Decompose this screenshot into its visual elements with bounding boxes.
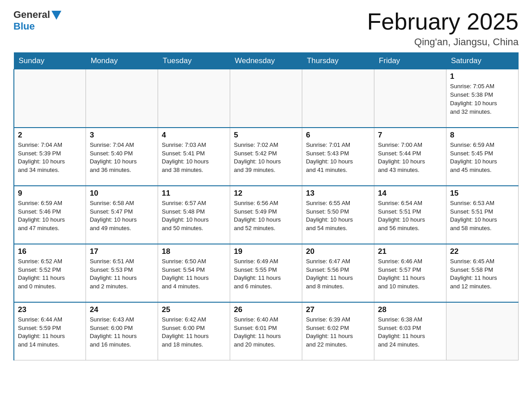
table-row: 25Sunrise: 6:42 AMSunset: 6:00 PMDayligh…: [158, 302, 230, 360]
day-number: 11: [162, 189, 226, 198]
svg-marker-0: [51, 11, 61, 20]
day-info: Sunrise: 6:43 AMSunset: 6:00 PMDaylight:…: [90, 316, 154, 349]
day-number: 20: [306, 247, 370, 256]
day-number: 4: [162, 131, 226, 140]
day-number: 10: [90, 189, 154, 198]
table-row: 26Sunrise: 6:40 AMSunset: 6:01 PMDayligh…: [230, 302, 302, 360]
day-info: Sunrise: 6:57 AMSunset: 5:48 PMDaylight:…: [162, 199, 226, 233]
day-number: 16: [18, 247, 82, 256]
table-row: 5Sunrise: 7:02 AMSunset: 5:42 PMDaylight…: [230, 128, 302, 186]
weekday-header-row: Sunday Monday Tuesday Wednesday Thursday…: [14, 53, 519, 69]
day-number: 15: [450, 189, 515, 198]
calendar-week-row: 16Sunrise: 6:52 AMSunset: 5:52 PMDayligh…: [14, 244, 519, 302]
day-number: 3: [90, 131, 154, 140]
day-number: 2: [18, 131, 82, 140]
day-number: 5: [234, 131, 298, 140]
header-wednesday: Wednesday: [230, 53, 302, 69]
day-info: Sunrise: 6:52 AMSunset: 5:52 PMDaylight:…: [18, 257, 82, 291]
header-friday: Friday: [374, 53, 446, 69]
day-info: Sunrise: 7:00 AMSunset: 5:44 PMDaylight:…: [378, 141, 442, 175]
table-row: 18Sunrise: 6:50 AMSunset: 5:54 PMDayligh…: [158, 244, 230, 302]
table-row: 28Sunrise: 6:38 AMSunset: 6:03 PMDayligh…: [374, 302, 446, 360]
day-info: Sunrise: 6:50 AMSunset: 5:54 PMDaylight:…: [162, 257, 226, 291]
day-info: Sunrise: 7:01 AMSunset: 5:43 PMDaylight:…: [306, 141, 370, 175]
day-number: 22: [450, 247, 515, 256]
day-info: Sunrise: 6:53 AMSunset: 5:51 PMDaylight:…: [450, 199, 515, 233]
day-number: 21: [378, 247, 442, 256]
table-row: 24Sunrise: 6:43 AMSunset: 6:00 PMDayligh…: [86, 302, 158, 360]
header-sunday: Sunday: [14, 53, 86, 69]
table-row: [446, 302, 519, 360]
month-title: February 2025: [367, 9, 519, 34]
day-info: Sunrise: 6:58 AMSunset: 5:47 PMDaylight:…: [90, 199, 154, 233]
day-info: Sunrise: 6:49 AMSunset: 5:55 PMDaylight:…: [234, 257, 298, 291]
table-row: 17Sunrise: 6:51 AMSunset: 5:53 PMDayligh…: [86, 244, 158, 302]
logo-arrow-icon: [51, 11, 61, 20]
page-header: General Blue February 2025 Qing'an, Jian…: [13, 9, 519, 48]
table-row: 6Sunrise: 7:01 AMSunset: 5:43 PMDaylight…: [302, 128, 374, 186]
day-info: Sunrise: 7:03 AMSunset: 5:41 PMDaylight:…: [162, 141, 226, 175]
table-row: 11Sunrise: 6:57 AMSunset: 5:48 PMDayligh…: [158, 186, 230, 244]
table-row: 14Sunrise: 6:54 AMSunset: 5:51 PMDayligh…: [374, 186, 446, 244]
table-row: [302, 69, 374, 128]
table-row: [158, 69, 230, 128]
day-number: 26: [234, 305, 298, 314]
day-number: 13: [306, 189, 370, 198]
day-info: Sunrise: 6:54 AMSunset: 5:51 PMDaylight:…: [378, 199, 442, 233]
day-info: Sunrise: 6:51 AMSunset: 5:53 PMDaylight:…: [90, 257, 154, 291]
day-info: Sunrise: 6:45 AMSunset: 5:58 PMDaylight:…: [450, 257, 515, 291]
calendar-week-row: 9Sunrise: 6:59 AMSunset: 5:46 PMDaylight…: [14, 186, 519, 244]
table-row: 3Sunrise: 7:04 AMSunset: 5:40 PMDaylight…: [86, 128, 158, 186]
day-info: Sunrise: 6:59 AMSunset: 5:46 PMDaylight:…: [18, 199, 82, 233]
day-number: 8: [450, 131, 515, 140]
day-number: 18: [162, 247, 226, 256]
table-row: 2Sunrise: 7:04 AMSunset: 5:39 PMDaylight…: [14, 128, 86, 186]
table-row: [86, 69, 158, 128]
header-thursday: Thursday: [302, 53, 374, 69]
header-tuesday: Tuesday: [158, 53, 230, 69]
table-row: [230, 69, 302, 128]
day-number: 19: [234, 247, 298, 256]
table-row: 27Sunrise: 6:39 AMSunset: 6:02 PMDayligh…: [302, 302, 374, 360]
day-info: Sunrise: 6:38 AMSunset: 6:03 PMDaylight:…: [378, 316, 442, 349]
day-info: Sunrise: 6:59 AMSunset: 5:45 PMDaylight:…: [450, 141, 515, 175]
day-info: Sunrise: 7:02 AMSunset: 5:42 PMDaylight:…: [234, 141, 298, 175]
day-number: 1: [450, 72, 515, 81]
day-number: 27: [306, 305, 370, 314]
day-number: 9: [18, 189, 82, 198]
calendar-week-row: 23Sunrise: 6:44 AMSunset: 5:59 PMDayligh…: [14, 302, 519, 360]
day-info: Sunrise: 6:47 AMSunset: 5:56 PMDaylight:…: [306, 257, 370, 291]
day-number: 25: [162, 305, 226, 314]
logo: General Blue: [13, 9, 61, 32]
table-row: 21Sunrise: 6:46 AMSunset: 5:57 PMDayligh…: [374, 244, 446, 302]
header-monday: Monday: [86, 53, 158, 69]
table-row: 10Sunrise: 6:58 AMSunset: 5:47 PMDayligh…: [86, 186, 158, 244]
table-row: 19Sunrise: 6:49 AMSunset: 5:55 PMDayligh…: [230, 244, 302, 302]
table-row: 8Sunrise: 6:59 AMSunset: 5:45 PMDaylight…: [446, 128, 519, 186]
day-info: Sunrise: 6:46 AMSunset: 5:57 PMDaylight:…: [378, 257, 442, 291]
day-number: 28: [378, 305, 442, 314]
table-row: 15Sunrise: 6:53 AMSunset: 5:51 PMDayligh…: [446, 186, 519, 244]
table-row: 9Sunrise: 6:59 AMSunset: 5:46 PMDaylight…: [14, 186, 86, 244]
table-row: 22Sunrise: 6:45 AMSunset: 5:58 PMDayligh…: [446, 244, 519, 302]
logo-blue-text: Blue: [13, 21, 35, 32]
table-row: 12Sunrise: 6:56 AMSunset: 5:49 PMDayligh…: [230, 186, 302, 244]
day-info: Sunrise: 6:55 AMSunset: 5:50 PMDaylight:…: [306, 199, 370, 233]
day-number: 14: [378, 189, 442, 198]
day-number: 17: [90, 247, 154, 256]
calendar-table: Sunday Monday Tuesday Wednesday Thursday…: [13, 52, 519, 360]
table-row: 4Sunrise: 7:03 AMSunset: 5:41 PMDaylight…: [158, 128, 230, 186]
table-row: [374, 69, 446, 128]
table-row: 1Sunrise: 7:05 AMSunset: 5:38 PMDaylight…: [446, 69, 519, 128]
day-info: Sunrise: 7:05 AMSunset: 5:38 PMDaylight:…: [450, 82, 515, 116]
day-info: Sunrise: 6:56 AMSunset: 5:49 PMDaylight:…: [234, 199, 298, 233]
location-text: Qing'an, Jiangsu, China: [367, 36, 519, 48]
day-number: 24: [90, 305, 154, 314]
day-info: Sunrise: 7:04 AMSunset: 5:40 PMDaylight:…: [90, 141, 154, 175]
calendar-week-row: 1Sunrise: 7:05 AMSunset: 5:38 PMDaylight…: [14, 69, 519, 128]
calendar-week-row: 2Sunrise: 7:04 AMSunset: 5:39 PMDaylight…: [14, 128, 519, 186]
day-info: Sunrise: 6:40 AMSunset: 6:01 PMDaylight:…: [234, 316, 298, 349]
day-number: 7: [378, 131, 442, 140]
day-number: 12: [234, 189, 298, 198]
day-number: 6: [306, 131, 370, 140]
